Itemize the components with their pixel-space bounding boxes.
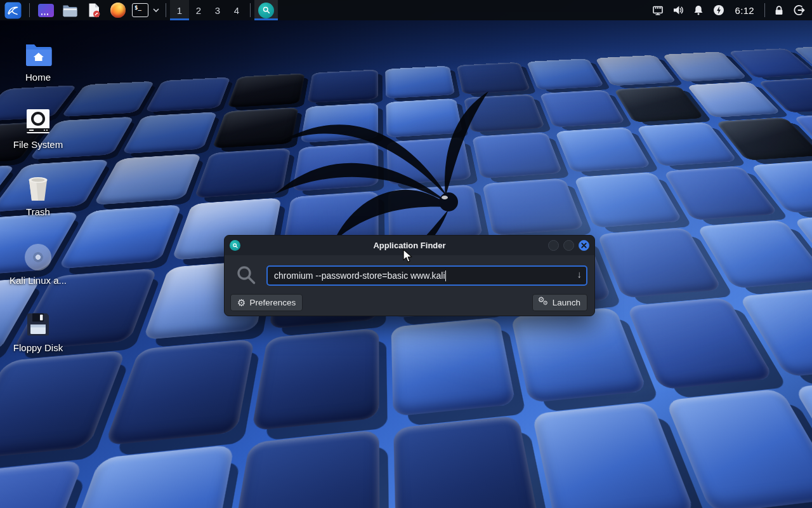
volume-tray-button[interactable] xyxy=(668,0,688,20)
desktop-icon-label: Trash xyxy=(3,206,73,217)
desktop-icon-label: Kali Linux a... xyxy=(3,275,73,286)
power-manager-tray-button[interactable] xyxy=(709,0,729,20)
wallpaper-cube xyxy=(307,69,378,103)
workspace-4-button[interactable]: 4 xyxy=(227,0,246,20)
wallpaper-cube xyxy=(104,339,254,446)
log-out-icon xyxy=(792,3,806,17)
wallpaper-cube xyxy=(463,94,545,133)
wallpaper-cube xyxy=(0,351,126,461)
text-caret xyxy=(445,271,446,281)
top-panel: $_ 1 2 3 4 xyxy=(0,0,812,20)
desktop-icon-kali-linux[interactable]: Kali Linux a... xyxy=(3,240,73,286)
clock[interactable]: 6:12 xyxy=(729,0,761,20)
wallpaper-cube xyxy=(472,132,563,178)
window-titlebar[interactable]: Application Finder xyxy=(225,236,594,255)
wallpaper-cube xyxy=(226,73,304,107)
text-editor-icon xyxy=(88,3,101,18)
command-input[interactable] xyxy=(266,265,587,286)
minimize-button[interactable] xyxy=(548,240,559,251)
preferences-button[interactable]: ⚙ Preferences xyxy=(230,294,303,311)
wallpaper-cube xyxy=(482,178,584,236)
chevron-down-icon xyxy=(152,7,160,13)
power-battery-icon xyxy=(712,3,726,17)
desktop-icon-label: Floppy Disk xyxy=(3,342,73,353)
network-tray-button[interactable] xyxy=(648,0,668,20)
kali-logo-icon xyxy=(4,2,22,19)
wallpaper-cube xyxy=(391,318,516,417)
terminal-icon: $_ xyxy=(132,3,148,17)
wallpaper-cube xyxy=(511,307,648,403)
wallpaper-cube xyxy=(456,62,530,95)
workspace-3-button[interactable]: 3 xyxy=(208,0,227,20)
search-icon xyxy=(235,264,258,287)
launch-button-label: Launch xyxy=(553,298,580,307)
workspace-1-button[interactable]: 1 xyxy=(170,0,189,20)
clock-time: 6:12 xyxy=(730,5,759,16)
launcher-file-manager[interactable] xyxy=(58,0,82,20)
desktop-icon-file-system[interactable]: File System xyxy=(3,104,73,150)
wallpaper-cube xyxy=(665,389,812,508)
desktop-icon-label: File System xyxy=(3,139,73,150)
lock-screen-button[interactable] xyxy=(769,0,789,20)
speaker-icon xyxy=(671,3,685,17)
gear-icon: ⚙ xyxy=(237,298,246,307)
close-button[interactable] xyxy=(579,240,589,251)
network-wired-icon xyxy=(651,3,665,17)
desktop-icon-home[interactable]: Home xyxy=(3,37,73,83)
launcher-firefox[interactable] xyxy=(106,0,130,20)
panel-separator xyxy=(764,3,765,17)
wallpaper-cube xyxy=(251,328,379,431)
wallpaper-cube xyxy=(121,112,217,154)
wallpaper-cube xyxy=(526,58,604,90)
launcher-window-app[interactable] xyxy=(34,0,58,20)
launch-button[interactable]: ⚙⚙ Launch xyxy=(532,294,587,311)
maximize-button[interactable] xyxy=(563,240,574,251)
home-folder-icon xyxy=(23,42,53,67)
application-finder-button[interactable] xyxy=(254,0,278,20)
notifications-tray-button[interactable] xyxy=(688,0,709,20)
wallpaper-cube xyxy=(227,430,379,508)
panel-separator xyxy=(250,3,251,17)
workspace-2-button[interactable]: 2 xyxy=(189,0,208,20)
desktop-icon-trash[interactable]: Trash xyxy=(3,171,73,217)
wallpaper-cube xyxy=(300,103,377,143)
wallpaper-cube xyxy=(93,154,201,205)
wallpaper-cube xyxy=(193,148,291,198)
wallpaper-cube xyxy=(594,55,676,86)
wallpaper-cube xyxy=(532,402,696,508)
wallpaper-cube xyxy=(145,77,230,112)
file-manager-icon xyxy=(62,4,78,17)
run-gears-icon: ⚙⚙ xyxy=(539,298,549,307)
close-icon xyxy=(581,243,587,248)
launcher-terminal[interactable]: $_ xyxy=(130,0,150,20)
trash-can-icon xyxy=(24,175,52,202)
panel-separator xyxy=(166,3,166,17)
desktop-icon-floppy-disk[interactable]: Floppy Disk xyxy=(3,307,73,353)
panel-separator xyxy=(29,3,30,17)
wallpaper-cube xyxy=(393,415,541,508)
lock-icon xyxy=(772,3,786,17)
application-finder-window: Application Finder ↓ ⚙ Preferences xyxy=(224,235,595,316)
wallpaper-cube xyxy=(292,142,378,191)
hard-drive-icon xyxy=(25,108,51,135)
applications-menu-button[interactable] xyxy=(0,0,25,20)
preferences-button-label: Preferences xyxy=(249,298,296,307)
wallpaper-cube xyxy=(613,86,704,123)
firefox-icon xyxy=(110,3,126,18)
terminal-dropdown-chevron[interactable] xyxy=(150,0,162,20)
wallpaper-cube xyxy=(386,137,471,185)
floppy-disk-icon xyxy=(25,311,51,338)
down-arrow-icon[interactable]: ↓ xyxy=(577,269,582,279)
log-out-button[interactable] xyxy=(789,0,809,20)
application-finder-icon xyxy=(258,3,274,18)
desktop-icon-label: Home xyxy=(3,72,73,83)
window-app-icon xyxy=(38,4,54,17)
wallpaper-cube xyxy=(385,65,455,98)
launcher-text-editor[interactable] xyxy=(82,0,106,20)
wallpaper-cube xyxy=(573,172,683,228)
wallpaper-cube xyxy=(539,90,625,127)
bell-icon xyxy=(691,3,705,17)
wallpaper-cube xyxy=(212,107,298,149)
wallpaper-cube xyxy=(0,460,84,508)
wallpaper-cube xyxy=(554,127,651,173)
